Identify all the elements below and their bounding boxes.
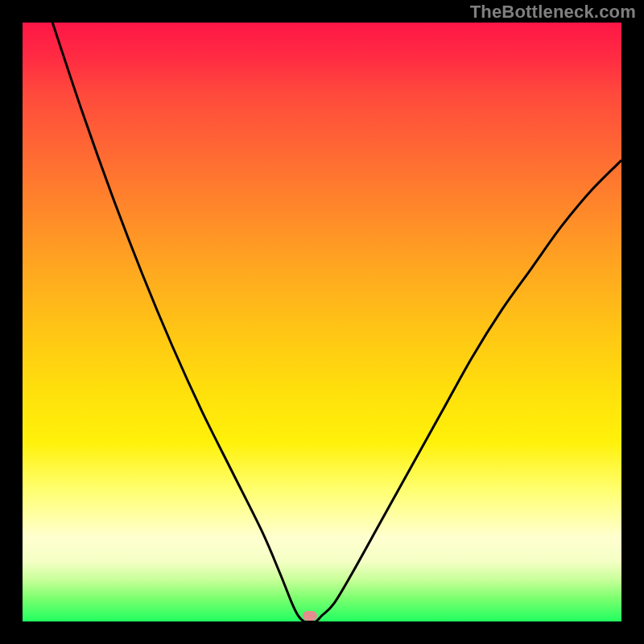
optimum-marker (303, 611, 317, 621)
watermark-text: TheBottleneck.com (470, 2, 636, 23)
plot-area (23, 23, 621, 621)
chart-frame: TheBottleneck.com (0, 0, 644, 644)
bottleneck-curve (23, 23, 621, 621)
